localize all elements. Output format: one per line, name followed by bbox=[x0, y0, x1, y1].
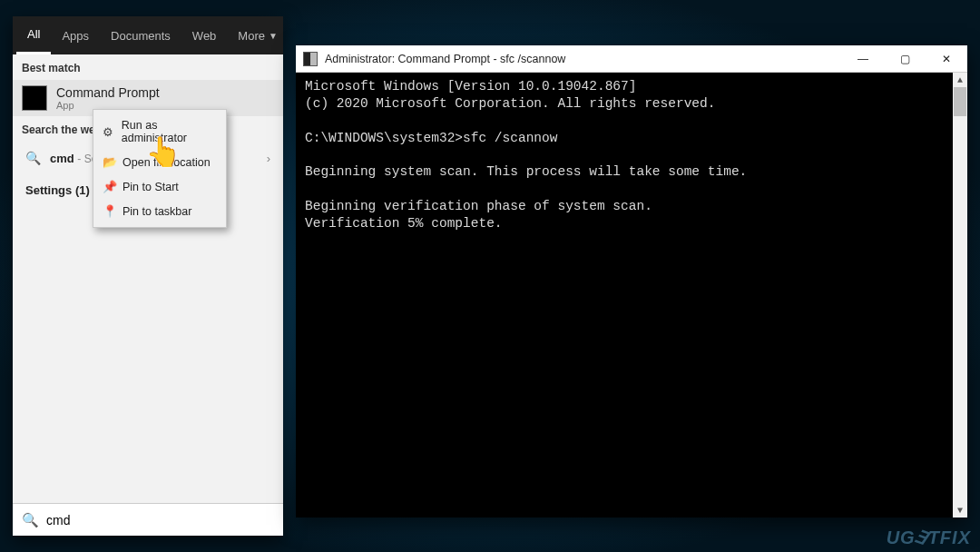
tab-apps[interactable]: Apps bbox=[51, 16, 100, 54]
tab-documents[interactable]: Documents bbox=[100, 16, 181, 54]
web-term: cmd bbox=[50, 152, 74, 165]
tab-more[interactable]: More ▼ bbox=[227, 16, 289, 54]
search-panel: All Apps Documents Web More ▼ Best match… bbox=[13, 16, 283, 536]
minimize-button[interactable]: — bbox=[842, 45, 884, 73]
window-title: Administrator: Command Prompt - sfc /sca… bbox=[325, 53, 565, 65]
scroll-thumb[interactable] bbox=[954, 87, 966, 116]
open-file-location-label: Open file location bbox=[122, 156, 211, 169]
app-title: Command Prompt bbox=[56, 85, 160, 100]
terminal-line: Beginning verification phase of system s… bbox=[305, 198, 958, 215]
best-match-label: Best match bbox=[13, 54, 283, 80]
command-prompt-window: Administrator: Command Prompt - sfc /sca… bbox=[296, 45, 967, 518]
search-box: 🔍 bbox=[13, 503, 283, 536]
terminal-output[interactable]: Microsoft Windows [Version 10.0.19042.86… bbox=[296, 73, 967, 518]
run-as-admin-label: Run as administrator bbox=[122, 119, 217, 144]
terminal-line: (c) 2020 Microsoft Corporation. All righ… bbox=[305, 95, 958, 113]
scrollbar[interactable]: ▲ ▼ bbox=[953, 73, 967, 518]
maximize-button[interactable]: ▢ bbox=[884, 45, 926, 73]
titlebar: Administrator: Command Prompt - sfc /sca… bbox=[296, 45, 967, 73]
ctx-pin-to-start[interactable]: 📌Pin to Start bbox=[93, 174, 226, 199]
chevron-down-icon: ▼ bbox=[269, 31, 278, 41]
terminal-line bbox=[305, 113, 958, 130]
search-tabs: All Apps Documents Web More ▼ bbox=[13, 16, 283, 54]
ctx-pin-to-taskbar[interactable]: 📍Pin to taskbar bbox=[93, 199, 226, 223]
open-file-location-icon: 📂 bbox=[103, 155, 115, 169]
command-prompt-icon bbox=[303, 52, 318, 66]
command-prompt-icon bbox=[22, 85, 47, 111]
terminal-line: Microsoft Windows [Version 10.0.19042.86… bbox=[305, 78, 958, 95]
scroll-up-icon[interactable]: ▲ bbox=[953, 73, 967, 87]
search-icon: 🔍 bbox=[22, 512, 39, 528]
tab-web[interactable]: Web bbox=[181, 16, 228, 54]
tab-all[interactable]: All bbox=[16, 16, 51, 54]
watermark: UGƎTFIX bbox=[887, 527, 971, 548]
run-as-admin-icon: ⚙ bbox=[103, 125, 114, 139]
terminal-line: Verification 5% complete. bbox=[305, 215, 958, 232]
pin-to-taskbar-icon: 📍 bbox=[103, 204, 115, 218]
search-input[interactable] bbox=[46, 513, 274, 527]
terminal-line: C:\WINDOWS\system32>sfc /scannow bbox=[305, 130, 958, 147]
search-icon: 🔍 bbox=[25, 151, 41, 165]
ctx-run-as-admin[interactable]: ⚙Run as administrator bbox=[93, 113, 226, 150]
pin-to-start-label: Pin to Start bbox=[122, 181, 179, 193]
pin-to-start-icon: 📌 bbox=[103, 180, 115, 193]
terminal-line: Beginning system scan. This process will… bbox=[305, 163, 958, 181]
pin-to-taskbar-label: Pin to taskbar bbox=[122, 205, 191, 218]
close-button[interactable]: ✕ bbox=[926, 45, 967, 73]
chevron-right-icon: › bbox=[267, 152, 270, 165]
terminal-line bbox=[305, 146, 958, 163]
scroll-down-icon[interactable]: ▼ bbox=[953, 503, 967, 518]
ctx-open-file-location[interactable]: 📂Open file location bbox=[93, 150, 226, 174]
terminal-line bbox=[305, 181, 958, 198]
tab-more-label: More bbox=[238, 29, 265, 43]
context-menu: ⚙Run as administrator📂Open file location… bbox=[93, 109, 227, 228]
